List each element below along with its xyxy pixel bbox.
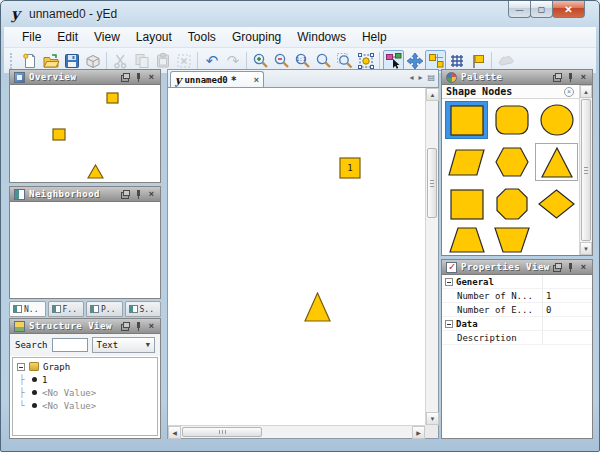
overview-float-icon[interactable] bbox=[121, 73, 130, 82]
palette-shape-round-rectangle[interactable] bbox=[490, 101, 533, 139]
overview-content[interactable] bbox=[10, 85, 160, 182]
minimize-button[interactable]: — bbox=[508, 1, 531, 18]
zoom-actual-button[interactable]: 1:1 bbox=[292, 50, 313, 71]
tree-item[interactable]: ├1 bbox=[13, 373, 157, 386]
delete-button[interactable] bbox=[173, 50, 194, 71]
scroll-left-icon[interactable]: ◀ bbox=[168, 426, 181, 439]
hscroll-thumb[interactable] bbox=[182, 427, 262, 437]
property-row[interactable]: Number of N...1 bbox=[442, 289, 592, 303]
palette-shape-rectangle-2[interactable] bbox=[445, 185, 488, 223]
zoom-area-button[interactable] bbox=[334, 50, 355, 71]
palette-scroll-down-icon[interactable]: ▼ bbox=[580, 242, 592, 255]
palette-scroll-up-icon[interactable]: ▲ bbox=[580, 85, 592, 98]
undo-button[interactable]: ↶ bbox=[201, 50, 222, 71]
palette-shape-triangle[interactable] bbox=[535, 143, 578, 181]
layout-button[interactable] bbox=[495, 50, 516, 71]
palette-shape-trapezoid-down[interactable] bbox=[490, 221, 533, 255]
label-button[interactable] bbox=[467, 50, 488, 71]
menu-layout[interactable]: Layout bbox=[128, 28, 180, 46]
menu-help[interactable]: Help bbox=[354, 28, 395, 46]
export-button[interactable] bbox=[82, 50, 103, 71]
copy-button[interactable] bbox=[131, 50, 152, 71]
palette-float-icon[interactable] bbox=[553, 73, 562, 82]
menu-grouping[interactable]: Grouping bbox=[224, 28, 289, 46]
side-tab-p[interactable]: P.. bbox=[86, 301, 123, 317]
menu-tools[interactable]: Tools bbox=[180, 28, 224, 46]
toolbar-grip[interactable] bbox=[10, 53, 14, 69]
close-button[interactable]: ✕ bbox=[552, 1, 585, 18]
side-tab-n[interactable]: N.. bbox=[9, 301, 46, 317]
scroll-down-icon[interactable]: ▼ bbox=[426, 412, 439, 425]
properties-close-icon[interactable]: × bbox=[579, 263, 588, 272]
neighborhood-close-icon[interactable]: × bbox=[147, 190, 156, 199]
palette-shape-diamond[interactable] bbox=[535, 185, 578, 223]
maximize-button[interactable]: ▢ bbox=[530, 1, 553, 18]
side-tab-f[interactable]: F.. bbox=[48, 301, 85, 317]
tree-item[interactable]: ├<No Value> bbox=[13, 386, 157, 399]
palette-scroll-thumb[interactable] bbox=[581, 99, 591, 241]
menu-view[interactable]: View bbox=[86, 28, 128, 46]
neighborhood-float-icon[interactable] bbox=[121, 190, 130, 199]
edit-mode-button[interactable] bbox=[383, 50, 404, 71]
fit-content-button[interactable] bbox=[355, 50, 376, 71]
menu-edit[interactable]: Edit bbox=[49, 28, 86, 46]
tree-expander-icon[interactable] bbox=[17, 363, 25, 371]
property-group-data[interactable]: Data bbox=[442, 317, 592, 331]
overview-pin-icon[interactable] bbox=[134, 73, 143, 82]
group-expander-icon[interactable] bbox=[445, 320, 453, 328]
grid-button[interactable] bbox=[446, 50, 467, 71]
scroll-right-icon[interactable]: ▶ bbox=[412, 426, 425, 439]
tree-item[interactable]: └<No Value> bbox=[13, 399, 157, 412]
menu-windows[interactable]: Windows bbox=[289, 28, 354, 46]
vscroll-thumb[interactable] bbox=[427, 148, 437, 218]
paste-button[interactable] bbox=[152, 50, 173, 71]
palette-shape-hexagon[interactable] bbox=[490, 143, 533, 181]
palette-shape-octagon[interactable] bbox=[490, 185, 533, 223]
snapping-button[interactable] bbox=[425, 50, 446, 71]
zoom-button[interactable] bbox=[313, 50, 334, 71]
open-button[interactable] bbox=[40, 50, 61, 71]
redo-button[interactable]: ↷ bbox=[222, 50, 243, 71]
search-filter-dropdown[interactable]: Text ▼ bbox=[92, 337, 155, 353]
structure-close-icon[interactable]: × bbox=[147, 322, 156, 331]
tab-close-icon[interactable]: × bbox=[254, 75, 259, 85]
structure-float-icon[interactable] bbox=[121, 322, 130, 331]
scroll-up-icon[interactable]: ▲ bbox=[426, 88, 439, 101]
palette-section-header[interactable]: Shape Nodes × bbox=[442, 85, 592, 99]
tab-scroll-left-button[interactable]: ◂ bbox=[409, 73, 413, 82]
tab-list-button[interactable]: ▤ bbox=[427, 73, 435, 82]
property-group-general[interactable]: General bbox=[442, 275, 592, 289]
group-expander-icon[interactable] bbox=[445, 278, 453, 286]
structure-pin-icon[interactable] bbox=[134, 322, 143, 331]
canvas-node-1[interactable]: 1 bbox=[339, 157, 361, 179]
graph-canvas[interactable]: 1 bbox=[168, 88, 425, 425]
palette-shape-ellipse[interactable] bbox=[535, 101, 578, 139]
palette-shape-rectangle[interactable] bbox=[445, 101, 488, 139]
tree-item-graph[interactable]: Graph bbox=[13, 360, 157, 373]
side-tab-s[interactable]: S.. bbox=[125, 301, 162, 317]
section-close-icon[interactable]: × bbox=[564, 87, 574, 97]
properties-float-icon[interactable] bbox=[553, 263, 562, 272]
property-row[interactable]: Description bbox=[442, 331, 592, 345]
tab-scroll-right-button[interactable]: ▸ bbox=[418, 73, 422, 82]
property-row[interactable]: Number of E...0 bbox=[442, 303, 592, 317]
palette-pin-icon[interactable] bbox=[566, 73, 575, 82]
palette-scrollbar[interactable]: ▲ ▼ bbox=[579, 85, 592, 255]
canvas-node-triangle[interactable] bbox=[304, 292, 331, 322]
document-tab[interactable]: y unnamed0 * × bbox=[170, 71, 264, 88]
palette-shape-parallelogram[interactable] bbox=[445, 143, 488, 181]
search-input[interactable] bbox=[52, 338, 88, 352]
properties-pin-icon[interactable] bbox=[566, 263, 575, 272]
zoom-in-button[interactable] bbox=[250, 50, 271, 71]
neighborhood-pin-icon[interactable] bbox=[134, 190, 143, 199]
canvas-vscrollbar[interactable]: ▲ ▼ bbox=[425, 88, 438, 425]
zoom-out-button[interactable] bbox=[271, 50, 292, 71]
menu-file[interactable]: File bbox=[14, 28, 49, 46]
save-button[interactable] bbox=[61, 50, 82, 71]
palette-shape-trapezoid[interactable] bbox=[445, 221, 488, 255]
navigation-mode-button[interactable] bbox=[404, 50, 425, 71]
new-document-button[interactable] bbox=[19, 50, 40, 71]
overview-close-icon[interactable]: × bbox=[147, 73, 156, 82]
cut-button[interactable] bbox=[110, 50, 131, 71]
palette-close-icon[interactable]: × bbox=[579, 73, 588, 82]
